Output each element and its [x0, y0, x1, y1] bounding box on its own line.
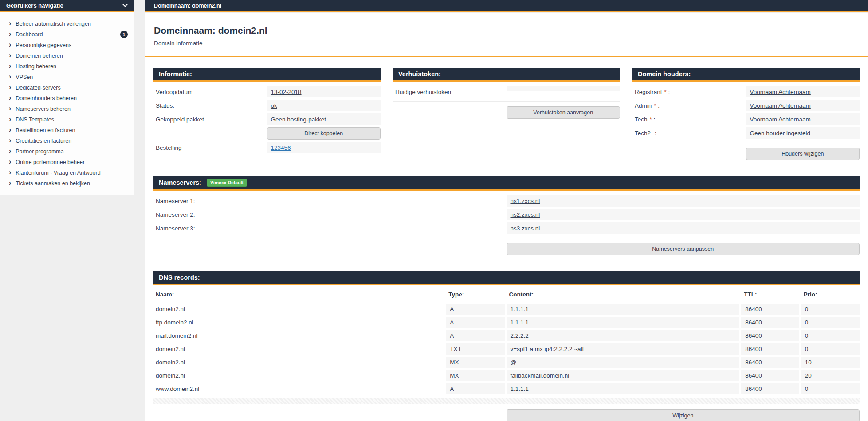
sidebar-item-dashboard[interactable]: ›Dashboard1 — [0, 29, 134, 40]
required-mark: * — [664, 89, 667, 95]
dns-cell-prio: 0 — [801, 330, 860, 341]
sidebar-item-label: Persoonlijke gegevens — [16, 42, 71, 48]
sidebar-item-domeinhouders-beheren[interactable]: ›Domeinhouders beheren — [0, 93, 134, 104]
sidebar-item-nameservers-beheren[interactable]: ›Nameservers beheren — [0, 104, 134, 114]
row-label: Verloopdatum — [153, 86, 267, 97]
button-cell: Wijzigen — [507, 409, 860, 421]
dns-cell-ttl: 86400 — [741, 357, 799, 368]
houders-wijzigen-button[interactable]: Houders wijzigen — [746, 148, 860, 160]
chevron-right-icon: › — [9, 169, 11, 176]
chevron-right-icon: › — [9, 126, 11, 133]
notification-badge: 1 — [120, 31, 128, 38]
nameserver3-link[interactable]: ns3.zxcs.nl — [511, 225, 540, 232]
chevron-right-icon: › — [9, 31, 11, 38]
dns-cell-content: fallbackmail.domein.nl — [507, 370, 740, 381]
chevron-down-icon — [122, 4, 128, 7]
sidebar-item-beheer-automatisch-verlengen[interactable]: ›Beheer automatisch verlengen — [0, 19, 134, 29]
row-value-cell: ns3.zxcs.nl — [507, 222, 860, 234]
sidebar-item-persoonlijke-gegevens[interactable]: ›Persoonlijke gegevens — [0, 40, 134, 51]
sidebar-item-hosting-beheren[interactable]: ›Hosting beheren — [0, 61, 134, 72]
dns-cell-ttl: 86400 — [741, 370, 799, 381]
panel-dns-records: DNS records: Naam: Type: Content: TTL: P… — [153, 271, 860, 421]
nameserver1-link[interactable]: ns1.zxcs.nl — [511, 198, 540, 204]
dns-cell-ttl: 86400 — [741, 383, 799, 394]
dns-cell-naam: ftp.domein2.nl — [153, 317, 444, 328]
button-cell: Nameservers aanpassen — [507, 243, 860, 255]
chevron-right-icon: › — [9, 41, 11, 48]
required-mark: * — [650, 116, 652, 123]
vimexx-default-badge: Vimexx Default — [207, 179, 247, 187]
dns-cell-content: 2.2.2.2 — [507, 330, 740, 341]
sidebar-header[interactable]: Gebruikers navigatie — [0, 0, 134, 12]
dns-cell-naam: www.domein2.nl — [153, 383, 444, 394]
panel-verhuistoken-body: Huidige verhuistoken: Verhuistoken aanvr… — [393, 82, 620, 119]
sidebar-item-partner-programma[interactable]: ›Partner programma — [0, 146, 134, 157]
nameserver-row-2: Nameserver 2: ns2.zxcs.nl — [153, 209, 860, 220]
sidebar-item-creditaties-en-facturen[interactable]: ›Creditaties en facturen — [0, 136, 134, 146]
info-row-bestelling: Bestelling 123456 — [153, 142, 381, 153]
sidebar-item-dedicated-servers[interactable]: ›Dedicated-servers — [0, 82, 134, 93]
dns-cell-content: 1.1.1.1 — [507, 317, 740, 328]
panel-domein-houders-header: Domein houders: — [632, 68, 860, 82]
holder-row-tech: Tech*: Voornaam Achternaam — [632, 113, 860, 125]
sidebar-item-dns-templates[interactable]: ›DNS Templates — [0, 114, 134, 125]
dns-cell-prio: 0 — [801, 343, 860, 355]
tech-link[interactable]: Voornaam Achternaam — [750, 116, 811, 123]
nameserver2-link[interactable]: ns2.zxcs.nl — [511, 211, 540, 218]
row-label: Tech2: — [632, 127, 746, 139]
sidebar-item-label: VPSen — [16, 74, 33, 80]
direct-koppelen-button[interactable]: Direct koppelen — [267, 127, 381, 140]
admin-link[interactable]: Voornaam Achternaam — [750, 102, 811, 109]
row-label: Huidige verhuistoken: — [393, 86, 507, 97]
panel-nameservers: Nameservers: Vimexx Default Nameserver 1… — [153, 176, 860, 255]
button-cell: Houders wijzigen — [746, 148, 860, 160]
chevron-right-icon: › — [9, 158, 11, 165]
sidebar-item-label: DNS Templates — [16, 117, 54, 123]
sidebar-item-bestellingen-en-facturen[interactable]: ›Bestellingen en facturen — [0, 125, 134, 136]
page-subtitle: Domain informatie — [154, 40, 859, 47]
row-value-cell: Voornaam Achternaam — [746, 100, 860, 111]
registrant-link[interactable]: Voornaam Achternaam — [750, 89, 811, 95]
dns-cell-prio: 10 — [801, 357, 860, 368]
app-root: Gebruikers navigatie ›Beheer automatisch… — [0, 0, 868, 421]
verloopdatum-link[interactable]: 13-02-2018 — [271, 89, 302, 95]
verhuistoken-aanvragen-button[interactable]: Verhuistoken aanvragen — [507, 106, 621, 119]
panel-title: Verhuistoken: — [398, 70, 441, 78]
sidebar-item-vpsen[interactable]: ›VPSen — [0, 72, 134, 82]
chevron-right-icon: › — [9, 62, 11, 70]
button-cell: Verhuistoken aanvragen — [507, 106, 621, 119]
chevron-right-icon: › — [9, 137, 11, 144]
chevron-right-icon: › — [9, 148, 11, 155]
required-mark: * — [654, 102, 656, 109]
nameserver-row-3: Nameserver 3: ns3.zxcs.nl — [153, 222, 860, 234]
sidebar-item-online-portemonnee-beheer[interactable]: ›Online portemonnee beheer — [0, 157, 134, 168]
dns-cell-naam: domein2.nl — [153, 357, 444, 368]
dns-cell-type: A — [446, 317, 504, 328]
info-row-status: Status: ok — [153, 100, 381, 111]
sidebar-item-klantenforum[interactable]: ›Klantenforum - Vraag en Antwoord — [0, 168, 134, 178]
page-header: Domeinnaam: domein2.nl Domain informatie — [145, 13, 868, 57]
table-footer-strip — [153, 398, 860, 404]
holder-row-registrant: Registrant*: Voornaam Achternaam — [632, 86, 860, 97]
row-value-cell: 123456 — [267, 142, 381, 153]
chevron-right-icon: › — [9, 116, 11, 123]
nameservers-aanpassen-button[interactable]: Nameservers aanpassen — [507, 243, 860, 255]
tech2-link[interactable]: Geen houder ingesteld — [750, 130, 811, 136]
chevron-right-icon: › — [9, 105, 11, 112]
main-content: Domeinnaam: domein2.nl Domain informatie… — [145, 13, 868, 421]
bestelling-link[interactable]: 123456 — [271, 144, 291, 151]
dns-col-content: Content: — [507, 289, 740, 301]
sidebar-item-label: Domeinen beheren — [16, 53, 63, 59]
topbar: Domeinnaam: domein2.nl — [145, 0, 868, 12]
row-value-cell: Geen houder ingesteld — [746, 127, 860, 139]
info-row-gekoppeld-pakket: Gekoppeld pakket Geen hosting-pakket — [153, 113, 381, 125]
sidebar-item-domeinen-beheren[interactable]: ›Domeinen beheren — [0, 51, 134, 61]
sidebar-item-label: Partner programma — [16, 148, 63, 155]
gekoppeld-pakket-link[interactable]: Geen hosting-pakket — [271, 116, 326, 123]
status-link[interactable]: ok — [271, 102, 277, 109]
sidebar-item-tickets[interactable]: ›Tickets aanmaken en bekijken — [0, 178, 134, 189]
sidebar-menu: ›Beheer automatisch verlengen ›Dashboard… — [0, 12, 134, 195]
row-value-cell: 13-02-2018 — [267, 86, 381, 97]
dns-cell-type: A — [446, 330, 504, 341]
wijzigen-button[interactable]: Wijzigen — [507, 409, 860, 421]
